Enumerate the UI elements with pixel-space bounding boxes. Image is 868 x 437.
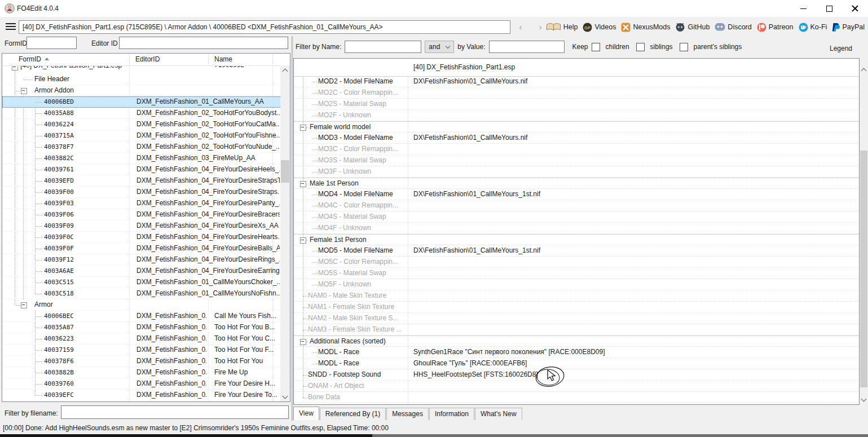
tree-row[interactable]: 40039F06 DXM_FetishFashion_04_FireYourDe…	[2, 209, 281, 220]
field-row[interactable]: NAM3 - Female Skin Texture ...	[294, 324, 859, 336]
tree-row[interactable]: 40039EFC DXM_FetishFashion_0... Fire You…	[2, 390, 281, 401]
tree-row[interactable]: Armor Addon	[2, 85, 281, 96]
formid-input[interactable]	[27, 37, 77, 49]
collapse-toggle-icon[interactable]	[21, 88, 27, 94]
left-tree-scrollbar[interactable]	[280, 65, 290, 401]
field-row[interactable]: Female 1st Person	[294, 234, 859, 245]
tab-information[interactable]: Information	[429, 408, 474, 420]
editorid-input[interactable]	[119, 37, 288, 49]
value-filter-input[interactable]	[489, 41, 565, 53]
field-row[interactable]: SNDD - Footstep Sound HHS_HeelFootstepSe…	[294, 369, 859, 381]
field-row[interactable]: MO5C - Color Remappin...	[294, 257, 859, 268]
tree-row[interactable]: 40039F00 DXM_FetishFashion_04_FireYourDe…	[2, 187, 281, 198]
field-row[interactable]: Bone Data	[294, 392, 859, 403]
tree-row[interactable]: 40039EFD DXM_FetishFashion_04_FireYourDe…	[2, 175, 281, 187]
field-row[interactable]: MOD5 - Model FileName DX\FetishFashion\0…	[294, 245, 859, 257]
tree-row[interactable]: 40039F09 DXM_FetishFashion_04_FireYourDe…	[2, 220, 281, 232]
field-row[interactable]: MODL - Race SynthGen1Race "Синт первого …	[294, 347, 859, 358]
field-row[interactable]: MO2C - Color Remappin...	[294, 87, 859, 99]
field-row[interactable]: MO2S - Material Swap	[294, 99, 859, 110]
field-value-cell[interactable]: DX\FetishFashion\01_CallMeYours_1st.nif	[413, 189, 853, 200]
collapse-toggle-icon[interactable]	[300, 237, 306, 244]
scroll-down-icon[interactable]	[860, 395, 868, 404]
field-row[interactable]: MODL - Race GhoulRace "Гуль" [RACE:000EA…	[294, 358, 859, 369]
tree-row[interactable]: 40039F03 DXM_FetishFashion_04_FireYourDe…	[2, 198, 281, 209]
tree-row[interactable]: 40039F12 DXM_FetishFashion_04_FireYourDe…	[2, 254, 281, 266]
column-header-plugin[interactable]: [40] DX_FetishFashion_Part1.esp	[413, 63, 515, 71]
field-row[interactable]: MO2F - Unknown	[294, 110, 859, 121]
collapse-toggle-icon[interactable]	[300, 181, 306, 187]
scroll-down-icon[interactable]	[280, 392, 290, 401]
videos-link[interactable]: GP Videos	[583, 23, 616, 32]
collapse-toggle-icon[interactable]	[21, 302, 27, 308]
tree-row[interactable]: 400378F6 DXM_FetishFashion_0... Too Hot …	[2, 356, 281, 367]
paypal-link[interactable]: PayPal	[832, 23, 865, 32]
field-value-cell[interactable]: DX\FetishFashion\01_CallMeYours.nif	[413, 76, 853, 87]
minimize-button[interactable]	[790, 0, 816, 17]
tree-row[interactable]: 400378F7 DXM_FetishFashion_02_TooHotForY…	[2, 142, 281, 153]
tree-row[interactable]: 40035A88 DXM_FetishFashion_02_TooHotForY…	[2, 108, 281, 119]
filter-operator-select[interactable]: and	[425, 41, 454, 53]
patreon-link[interactable]: Patreon	[757, 23, 794, 32]
tree-row[interactable]: 40037159 DXM_FetishFashion_0... Too Hot …	[2, 345, 281, 356]
field-row[interactable]: Male 1st Person	[294, 178, 859, 189]
field-row[interactable]: MOD3 - Model FileName DX\FetishFashion\0…	[294, 133, 859, 144]
github-link[interactable]: GitHub	[675, 23, 710, 32]
field-row[interactable]: Female world model	[294, 121, 859, 133]
scroll-up-icon[interactable]	[860, 65, 868, 74]
column-header-name[interactable]: Name	[214, 55, 232, 63]
tree-row[interactable]: File Header	[2, 74, 281, 85]
scroll-up-icon[interactable]	[280, 65, 290, 75]
scrollbar-thumb[interactable]	[281, 160, 289, 183]
field-row[interactable]: ONAM - Art Object	[294, 381, 859, 392]
field-row[interactable]: MO4F - Unknown	[294, 223, 859, 234]
field-row[interactable]: NAM0 - Male Skin Texture	[294, 290, 859, 302]
name-filter-input[interactable]	[345, 41, 421, 53]
filename-filter-input[interactable]	[61, 405, 289, 419]
tree-row[interactable]: 4003882C DXM_FetishFashion_03_FireMeUp_A…	[2, 153, 281, 164]
keep-parents-siblings-checkbox[interactable]	[680, 43, 688, 51]
discord-link[interactable]: Discord	[715, 23, 751, 32]
field-row[interactable]: MO4S - Material Swap	[294, 211, 859, 223]
tree-row[interactable]: 40036223 DXM_FetishFashion_0... Too Hot …	[2, 333, 281, 345]
field-row[interactable]: MO3F - Unknown	[294, 166, 859, 178]
column-header-editorid[interactable]: EditorID	[135, 55, 160, 63]
view-column-headers[interactable]: [40] DX_FetishFashion_Part1.esp	[294, 59, 859, 77]
forward-button[interactable]: ›	[535, 21, 546, 33]
maximize-button[interactable]	[816, 0, 842, 17]
field-value-cell[interactable]: DX\FetishFashion\01_CallMeYours_1st.nif	[413, 245, 853, 256]
legend-link[interactable]: Legend	[830, 45, 852, 52]
tree-row[interactable]: 40039761 DXM_FetishFashion_04_FireYourDe…	[2, 164, 281, 175]
tab-referenced-by[interactable]: Referenced By (1)	[320, 408, 386, 420]
tree-row[interactable]: 4003715A DXM_FetishFashion_02_TooHotForY…	[2, 130, 281, 142]
tree-row[interactable]: 4003A6AE DXM_FetishFashion_04_FireYourDe…	[2, 266, 281, 277]
field-value-cell[interactable]: HHS_HeelFootstepSet [FSTS:160026D8]	[413, 369, 853, 380]
field-row[interactable]: MOD2 - Model FileName DX\FetishFashion\0…	[294, 76, 859, 87]
tab-whats-new[interactable]: What's New	[475, 408, 522, 420]
tree-column-headers[interactable]: FormID EditorID Name	[2, 54, 290, 66]
tree-row[interactable]: 4003C518 DXM_FetishFashion_01_CallMeYour…	[2, 288, 281, 299]
field-value-cell[interactable]: SynthGen1Race "Синт первого поколения" […	[413, 347, 853, 357]
tree-row[interactable]: 40039F0F DXM_FetishFashion_04_FireYourDe…	[2, 243, 281, 254]
field-value-cell[interactable]: DX\FetishFashion\01_CallMeYours.nif	[413, 133, 853, 143]
tree-row[interactable]: 4003882B DXM_FetishFashion_0... Fire Me …	[2, 367, 281, 378]
nexusmods-link[interactable]: NexusMods	[621, 23, 670, 32]
tree-row[interactable]: 4003C515 DXM_FetishFashion_01_CallMeYour…	[2, 277, 281, 288]
field-row[interactable]: MO4C - Color Remappin...	[294, 200, 859, 211]
tree-row[interactable]: 40006BED DXM_FetishFashion_01_CallMeYour…	[2, 96, 281, 108]
field-row[interactable]: MO3C - Color Remappin...	[294, 144, 859, 155]
tree-row[interactable]: 40006BEC DXM_FetishFashion_0... Call Me …	[2, 311, 281, 322]
field-row[interactable]: Additional Races (sorted)	[294, 336, 859, 347]
keep-siblings-checkbox[interactable]	[636, 43, 645, 51]
field-value-cell[interactable]: GhoulRace "Гуль" [RACE:000EAFB6]	[413, 358, 853, 369]
collapse-toggle-icon[interactable]	[300, 339, 306, 345]
field-row[interactable]: MOD4 - Model FileName DX\FetishFashion\0…	[294, 189, 859, 200]
tab-view[interactable]: View	[293, 407, 319, 420]
back-button[interactable]: ‹	[515, 21, 526, 33]
field-row[interactable]: NAM1 - Female Skin Texture	[294, 302, 859, 313]
view-scrollbar[interactable]	[860, 65, 868, 404]
tree-row[interactable]: 40039F0C DXM_FetishFashion_04_FireYourDe…	[2, 232, 281, 243]
close-button[interactable]	[842, 0, 868, 17]
scrollbar-thumb[interactable]	[860, 151, 867, 387]
keep-children-checkbox[interactable]	[592, 43, 600, 51]
